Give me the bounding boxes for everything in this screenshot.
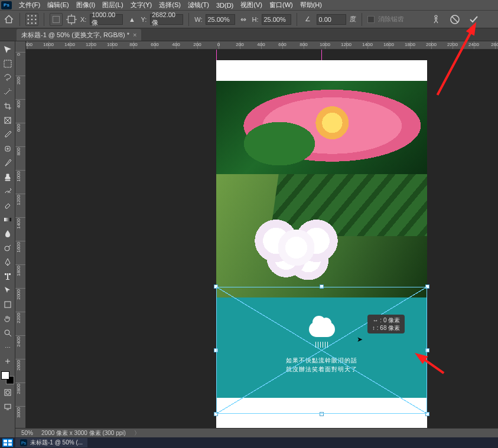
relative-position-icon[interactable] [66, 14, 77, 25]
options-bar: X: 1000.00 像 ▲ Y: 2682.00 像 W: 25.00% ⇔ … [0, 11, 498, 28]
app-icon: Ps [1, 1, 12, 9]
ruler-v-label: 2400 [16, 336, 21, 347]
zoom-tool-icon[interactable] [2, 327, 14, 339]
ruler-h-label: 1200 [341, 42, 351, 47]
workspace: ⋯ 02004006008001000120014001600180020002… [0, 41, 498, 437]
menu-type[interactable]: 文字(Y) [127, 1, 156, 9]
ruler-v-label: 1000 [16, 171, 21, 182]
ruler-vertical[interactable]: 0200400600800100012001400160018002000220… [15, 41, 26, 437]
doc-dimensions[interactable]: 2000 像素 x 3000 像素 (300 ppi) [41, 429, 126, 437]
zoom-readout[interactable]: 50% [21, 430, 33, 436]
menu-select[interactable]: 选择(S) [155, 1, 184, 9]
ruler-v-label: 1800 [16, 266, 21, 276]
ref-grid-icon[interactable] [50, 13, 63, 26]
x-field[interactable]: 1000.00 像 [90, 14, 123, 25]
delta-y: ↕ : 68 像素 [372, 324, 400, 332]
poem-line-2: 就沒辦法笑着面對明天了 [286, 365, 357, 374]
menu-window[interactable]: 窗口(W) [266, 1, 297, 9]
ruler-h-label: 1400 [362, 42, 373, 47]
h-field[interactable]: 25.00% [262, 14, 291, 25]
ruler-h-label: 2400 [468, 42, 479, 47]
svg-point-16 [5, 246, 9, 251]
w-label: W: [194, 16, 202, 23]
stamp-tool-icon[interactable] [2, 171, 14, 183]
menu-image[interactable]: 图像(I) [73, 1, 99, 9]
screenmode-icon[interactable] [2, 401, 14, 413]
menu-3d[interactable]: 3D(D) [213, 2, 237, 9]
link-aspect-icon[interactable]: ⇔ [239, 15, 248, 24]
canvas-area[interactable]: 1800160014001200100080060040020002004006… [26, 41, 498, 437]
menu-edit[interactable]: 编辑(E) [44, 1, 73, 9]
brush-tool-icon[interactable] [2, 157, 14, 169]
triangle-icon[interactable]: ▲ [126, 14, 137, 25]
ruler-h-label: 1000 [107, 42, 118, 47]
crop-tool-icon[interactable] [2, 100, 14, 112]
heal-tool-icon[interactable] [2, 143, 14, 155]
path-select-icon[interactable] [2, 285, 14, 296]
reference-point-icon[interactable] [25, 13, 38, 26]
blur-tool-icon[interactable] [2, 228, 14, 240]
svg-rect-17 [5, 302, 11, 308]
document-canvas[interactable]: 如果不快點流幹眼泪的話 就沒辦法笑着面對明天了 ↔ : 0 像素 ↕ : 68 … [26, 50, 498, 437]
shape-tool-icon[interactable] [2, 299, 14, 310]
menu-layer[interactable]: 图层(L) [99, 1, 126, 9]
image-panel-plumeria [216, 174, 427, 297]
document-tab-bar: 未标题-1 @ 50% (更换文字, RGB/8) * × [0, 28, 498, 41]
ruler-h-label: 260 [491, 42, 498, 47]
h-label: H: [252, 16, 258, 23]
dodge-tool-icon[interactable] [2, 242, 14, 254]
y-field[interactable]: 2682.00 像 [150, 14, 183, 25]
menu-filter[interactable]: 滤镜(T) [184, 1, 213, 9]
ruler-h-label: 400 [172, 42, 180, 47]
close-tab-icon[interactable]: × [133, 31, 136, 38]
ruler-h-label: 1800 [405, 42, 415, 47]
cancel-transform-icon[interactable] [450, 14, 460, 25]
type-tool-icon[interactable] [2, 270, 14, 282]
quickmask-icon[interactable] [2, 387, 14, 398]
marquee-tool-icon[interactable] [2, 58, 14, 70]
edit-toolbar-icon[interactable] [2, 355, 14, 367]
svg-rect-21 [5, 404, 11, 408]
frame-tool-icon[interactable] [2, 115, 14, 126]
eraser-tool-icon[interactable] [2, 200, 14, 211]
ruler-v-label: 2800 [16, 384, 21, 394]
hand-tool-icon[interactable] [2, 313, 14, 325]
pen-tool-icon[interactable] [2, 256, 14, 268]
menu-file[interactable]: 文件(F) [15, 1, 44, 9]
ruler-h-label: 1600 [43, 42, 54, 47]
cursor-icon: ➤ [357, 335, 363, 344]
w-field[interactable]: 25.00% [206, 14, 235, 25]
menu-help[interactable]: 帮助(H) [297, 1, 326, 9]
ruler-v-label: 3000 [16, 407, 21, 418]
svg-point-6 [28, 22, 30, 24]
ruler-h-label: 800 [300, 42, 307, 47]
document-tab-title: 未标题-1 @ 50% (更换文字, RGB/8) * [21, 31, 129, 40]
antialias-checkbox[interactable] [367, 16, 375, 23]
angle-field[interactable]: 0.00 [317, 14, 346, 25]
tool-overflow-icon[interactable]: ⋯ [2, 341, 14, 353]
puppet-icon[interactable] [431, 14, 441, 25]
taskbar-item-ps[interactable]: Ps 未标题-1 @ 50% (... [15, 438, 87, 447]
foreground-color-swatch[interactable] [1, 371, 9, 380]
menu-view[interactable]: 视图(V) [237, 1, 266, 9]
status-menu-icon[interactable]: 〉 [134, 429, 140, 437]
move-tool-icon[interactable] [2, 44, 14, 55]
ruler-h-label: 200 [193, 42, 201, 47]
y-label: Y: [141, 16, 147, 23]
document-tab[interactable]: 未标题-1 @ 50% (更换文字, RGB/8) * × [17, 29, 141, 41]
color-swatches[interactable] [1, 371, 14, 384]
ruler-h-label: 400 [257, 42, 265, 47]
eyedropper-tool-icon[interactable] [2, 129, 14, 140]
svg-point-1 [31, 15, 33, 17]
history-brush-icon[interactable] [2, 185, 14, 197]
poem-line-1: 如果不快點流幹眼泪的話 [286, 356, 357, 365]
wand-tool-icon[interactable] [2, 86, 14, 98]
ruler-horizontal[interactable]: 1800160014001200100080060040020002004006… [26, 41, 498, 50]
ruler-h-label: 2200 [447, 42, 458, 47]
gradient-tool-icon[interactable] [2, 214, 14, 225]
svg-point-20 [6, 391, 9, 394]
svg-point-3 [28, 18, 30, 20]
home-icon[interactable] [4, 14, 14, 25]
start-button-icon[interactable] [2, 439, 13, 447]
lasso-tool-icon[interactable] [2, 72, 14, 84]
